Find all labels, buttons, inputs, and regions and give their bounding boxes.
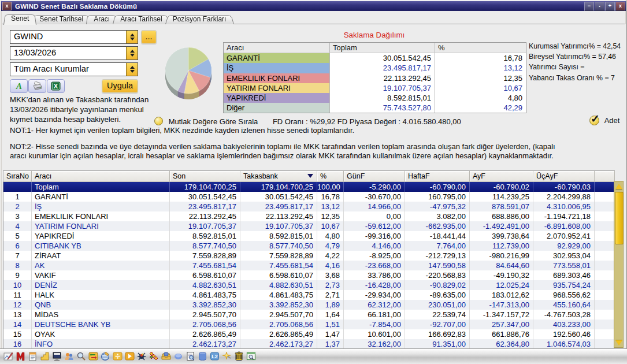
holdings-row[interactable]: 10DENİZ4.882.630,514.882.630,512,73-16.4… [3,280,615,290]
steps-icon[interactable] [39,351,50,362]
distribution-row[interactable]: YATIRIM FONLARI19.107.705,3710,67 [224,83,526,93]
globe-brush-icon[interactable] [100,351,111,362]
blue-button-icon[interactable] [173,351,184,362]
holdings-row[interactable]: 5YAPIKREDİ8.592.815,018.592.815,014,80-9… [3,231,615,241]
adet-checkbox[interactable]: ✓ [589,116,599,125]
close-icon: x [619,3,622,9]
users-icon[interactable] [64,351,75,362]
doc-zoom-icon[interactable] [185,351,196,362]
distribution-row[interactable]: YAPIKREDİ8.592.815,014,80 [224,93,526,103]
transfer-icon[interactable] [88,351,99,362]
holdings-row[interactable]: 8AK7.455.681,547.455.681,544,16-23.668,0… [3,261,615,270]
column-header-takasbank[interactable]: Takasbank [240,171,317,181]
scroll-down-button[interactable] [614,338,623,347]
holdings-row[interactable]: 3EMEKLILIK FONLARI22.113.292,4522.113.29… [3,211,615,221]
magnifier-icon[interactable] [76,351,87,362]
cell: 968.556,62 [533,290,595,300]
column-header-ayf[interactable]: AyF [470,171,533,181]
column-header-aracı[interactable]: Aracı [32,171,170,181]
spider-icon[interactable] [136,351,147,362]
distribution-title: Saklama Dağılımı [223,31,525,39]
adet-checkbox-group[interactable]: ✓ Adet [589,116,619,126]
apply-button[interactable]: Uygula [102,79,138,93]
cell: 7 [3,251,32,261]
level2-icon[interactable]: L2 [209,351,220,362]
play-box-icon[interactable] [124,351,135,362]
cell: 1.046.574,03 [533,339,595,349]
cell: 4.861.483,75 [170,290,240,300]
window-zoom-icon[interactable] [246,351,257,362]
distribution-header-cell: Aracı [224,43,330,53]
inbox-icon[interactable] [161,351,172,362]
excel-button[interactable]: X [47,79,65,93]
distribution-header-row: AracıToplam% [224,43,526,53]
trash-icon[interactable] [233,351,244,362]
maximize-button[interactable]: + [605,2,615,11]
cell: 2,73 [317,280,344,290]
cell: 66.181,00 [344,310,405,320]
holdings-row[interactable]: 1GARANTİ30.051.542,4530.051.542,4516,78-… [3,192,615,202]
scrollbar-thumb[interactable] [615,192,624,244]
holdings-row[interactable]: 16İNFO2.462.173,272.462.173,271,3732.162… [3,339,615,349]
column-header-üçayf[interactable]: ÜçAyF [533,171,595,181]
close-button[interactable]: x [615,2,625,11]
holdings-row[interactable]: 9VAKIF6.598.610,076.598.610,073,6833.786… [3,270,615,280]
column-header-günf[interactable]: GünF [344,171,405,181]
notepad-icon[interactable] [27,351,38,362]
column-header-sırano[interactable]: SıraNo [3,171,32,181]
holdings-row[interactable]: 4YATIRIM FONLARI19.107.705,3719.107.705,… [3,221,615,231]
symbol-combobox[interactable]: GWIND [10,30,138,44]
distribution-total-cell: 30.051.542,45 [330,53,435,63]
cell [595,339,615,349]
distribution-row[interactable]: EMEKLILIK FONLARI22.113.292,4512,35 [224,73,526,83]
vertical-scrollbar[interactable] [614,181,624,348]
holdings-row[interactable]: 11HALK4.861.483,754.861.483,752,71-29.93… [3,290,615,300]
holdings-header-row: SıraNoAracıSonTakasbank%GünFHaftaFAyFÜçA… [3,171,615,182]
tab-senet-tarihsel[interactable]: Senet Tarihsel [35,14,88,24]
close-left-icon[interactable]: x [2,2,12,10]
minimize-button[interactable]: − [584,2,594,11]
sparkle-tools-icon[interactable] [221,351,232,362]
cell: 14.966,00 [344,202,405,211]
holdings-row[interactable]: 13MİDAS2.945.507,702.945.507,701,6466.18… [3,310,615,320]
distribution-row[interactable]: İŞ23.495.817,1713,12 [224,63,526,73]
tab-araci-tarihsel[interactable]: Aracı Tarihsel [116,14,166,24]
broker-spinner[interactable] [126,63,138,76]
holdings-row[interactable]: 7ZİRAAT7.559.828,897.559.828,894,22-8.92… [3,251,615,261]
divide-box-icon[interactable] [112,351,123,362]
holdings-row[interactable]: Toplam179.104.700,25179.104.700,25100,00… [3,182,615,192]
sort-radio[interactable] [154,117,163,125]
scroll-up-button[interactable] [614,181,623,191]
chart-edit-icon[interactable] [3,351,14,362]
symbol-spinner[interactable] [126,31,138,43]
date-spinner[interactable] [126,47,138,60]
cell: 10 [3,280,32,290]
cell: 2.626.865,49 [240,329,317,339]
cell: -60.790,03 [533,182,595,192]
cell: 4.882.630,51 [240,280,317,290]
date-combobox[interactable]: 13/03/2026 [10,46,138,60]
cell [595,280,615,290]
distribution-row[interactable]: GARANTİ30.051.542,4516,78 [224,53,526,63]
column-header-haftaf[interactable]: HaftaF [405,171,470,181]
distribution-row[interactable]: Diğer75.743.527,8042,29 [224,103,526,113]
symbol-browse-button[interactable]: ... [141,30,157,44]
tab-araci[interactable]: Aracı [89,14,114,24]
matriks-m-icon[interactable] [15,351,26,362]
restore-button[interactable]: ▪ [595,2,604,11]
tab-senet[interactable]: Senet [6,13,34,24]
column-header-%[interactable]: % [317,171,344,181]
print-button[interactable] [28,79,46,93]
holdings-row[interactable]: 15OYAK2.626.865,492.626.865,491,4710.601… [3,329,615,339]
broker-combobox[interactable]: Tüm Aracı Kurumlar [10,62,138,76]
tab-pozisyon-farklari[interactable]: Pozisyon Farkları [168,14,231,24]
chevrons-icon[interactable] [149,351,159,362]
holdings-row[interactable]: 12QNB3.392.852,303.392.852,301,8962.312,… [3,300,615,310]
monitor-icon[interactable] [51,351,62,362]
font-button[interactable]: A [10,79,28,93]
holdings-row[interactable]: 2İŞ23.495.817,1723.495.817,1713,1214.966… [3,202,615,211]
column-header-son[interactable]: Son [170,171,240,181]
holdings-row[interactable]: 14DEUTSCHE BANK YB2.705.068,562.705.068,… [3,320,615,329]
database-icon[interactable] [197,351,208,362]
holdings-row[interactable]: 6CITIBANK YB8.577.740,508.577.740,504,79… [3,241,615,251]
